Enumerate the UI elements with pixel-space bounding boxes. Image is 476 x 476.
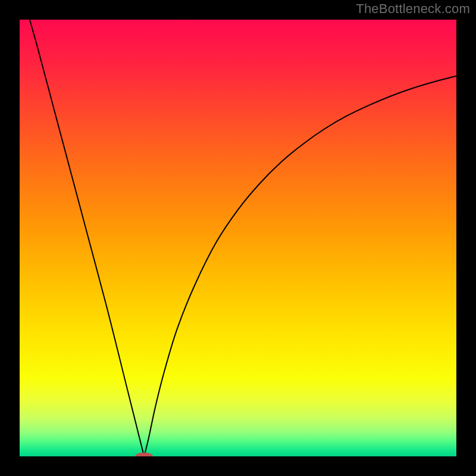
bottleneck-chart bbox=[20, 20, 456, 456]
watermark-label: TheBottleneck.com bbox=[356, 1, 470, 17]
gradient-background bbox=[20, 20, 456, 456]
chart-frame: TheBottleneck.com bbox=[0, 0, 476, 476]
plot-area bbox=[20, 20, 456, 456]
